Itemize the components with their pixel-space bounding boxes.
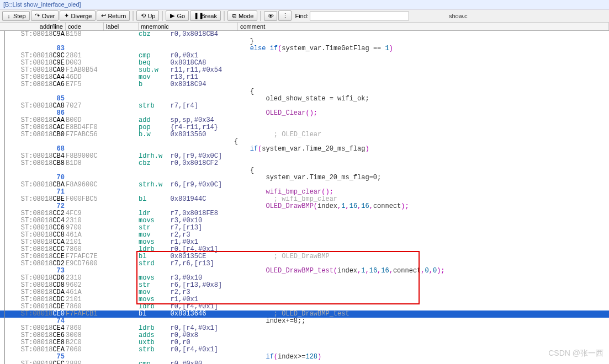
header-addr[interactable]: addr/line — [0, 23, 66, 30]
header-code[interactable]: code — [66, 23, 104, 30]
diverge-button[interactable]: ✦Diverge — [60, 10, 96, 21]
return-button[interactable]: ↩Return — [97, 10, 130, 21]
over-icon: ↷ — [35, 12, 40, 19]
disassembly-listing[interactable]: ST:08018C9AB158 cbz r0,0x8018CB4 } 83 el… — [0, 31, 609, 364]
mode-icon: ⧉ — [231, 12, 237, 19]
up-icon: ⟲ — [140, 12, 146, 19]
header-comment[interactable]: comment — [238, 23, 609, 30]
separator — [133, 11, 134, 21]
binoculars-icon: 👁 — [268, 13, 273, 19]
text-icon: ⋮ — [282, 12, 288, 19]
find-input[interactable] — [310, 12, 409, 20]
separator — [260, 11, 261, 21]
separator — [224, 11, 225, 21]
step-button[interactable]: ↓Step — [2, 11, 30, 21]
watermark: CSDN @张一西 — [548, 349, 603, 358]
diverge-icon: ✦ — [63, 12, 69, 19]
go-icon: ▶ — [170, 12, 175, 19]
break-button[interactable]: ❚❚Break — [190, 10, 221, 21]
listing-row[interactable]: ST:08018CEC2880 cmp r0,#0x80 — [0, 361, 609, 364]
separator — [162, 11, 163, 21]
header-mnemonic[interactable]: mnemonic — [139, 23, 238, 30]
file-label: show.c — [449, 13, 468, 19]
break-icon: ❚❚ — [194, 12, 199, 19]
return-icon: ↩ — [100, 12, 106, 19]
up-button[interactable]: ⟲Up — [136, 10, 159, 21]
over-button[interactable]: ↷Over — [31, 10, 59, 21]
header-label[interactable]: label — [104, 23, 139, 30]
tool2-button[interactable]: ⋮ — [278, 10, 292, 21]
find-label: Find: — [295, 13, 308, 19]
go-button[interactable]: ▶Go — [166, 10, 189, 21]
window-title: [B::List show_interface_oled] — [0, 0, 609, 9]
toolbar: ↓Step ↷Over ✦Diverge ↩Return ⟲Up ▶Go ❚❚B… — [0, 9, 609, 23]
tool1-button[interactable]: 👁 — [264, 11, 277, 21]
mode-button[interactable]: ⧉Mode — [227, 10, 258, 21]
column-headers: addr/line code label mnemonic comment — [0, 23, 609, 31]
step-icon: ↓ — [6, 13, 12, 19]
